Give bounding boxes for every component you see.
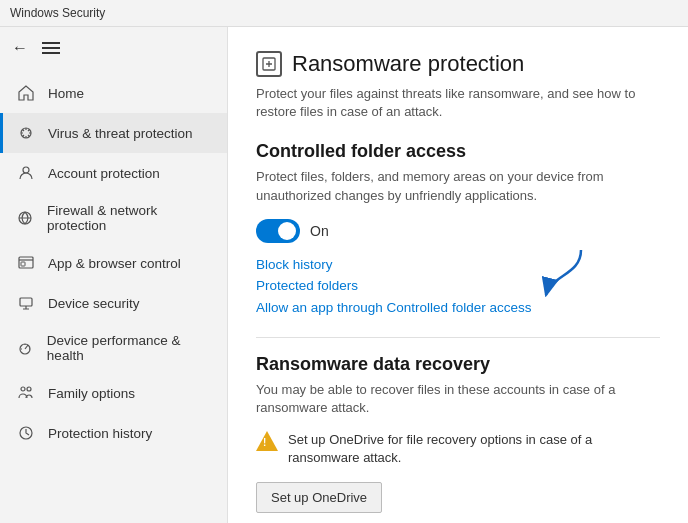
device-perf-icon bbox=[16, 338, 35, 358]
sidebar-item-label: App & browser control bbox=[48, 256, 181, 271]
sidebar-item-device-perf[interactable]: Device performance & health bbox=[0, 323, 227, 373]
protected-folders-link[interactable]: Protected folders bbox=[256, 278, 660, 293]
section-divider bbox=[256, 337, 660, 338]
sidebar-item-label: Account protection bbox=[48, 166, 160, 181]
controlled-folder-toggle-row: On bbox=[256, 219, 660, 243]
page-header: Ransomware protection bbox=[256, 51, 660, 77]
sidebar-item-firewall[interactable]: Firewall & network protection bbox=[0, 193, 227, 243]
sidebar-item-label: Device performance & health bbox=[47, 333, 211, 363]
sidebar-item-family[interactable]: Family options bbox=[0, 373, 227, 413]
sidebar: ← Home bbox=[0, 27, 228, 523]
svg-point-1 bbox=[23, 167, 29, 173]
setup-onedrive-button[interactable]: Set up OneDrive bbox=[256, 482, 382, 513]
recovery-title: Ransomware data recovery bbox=[256, 354, 660, 375]
controlled-folder-toggle[interactable] bbox=[256, 219, 300, 243]
recovery-section: Ransomware data recovery You may be able… bbox=[256, 354, 660, 523]
sidebar-item-label: Firewall & network protection bbox=[47, 203, 211, 233]
sidebar-item-label: Virus & threat protection bbox=[48, 126, 193, 141]
sidebar-item-home[interactable]: Home bbox=[0, 73, 227, 113]
sidebar-top-controls: ← bbox=[0, 31, 227, 65]
toggle-on-label: On bbox=[310, 223, 329, 239]
app-icon bbox=[16, 253, 36, 273]
history-icon bbox=[16, 423, 36, 443]
back-button[interactable]: ← bbox=[12, 39, 28, 57]
page-title: Ransomware protection bbox=[292, 51, 524, 77]
svg-point-8 bbox=[27, 387, 31, 391]
svg-point-7 bbox=[21, 387, 25, 391]
svg-rect-4 bbox=[21, 262, 25, 266]
title-bar: Windows Security bbox=[0, 0, 688, 27]
warning-box: Set up OneDrive for file recovery option… bbox=[256, 431, 660, 467]
app-title: Windows Security bbox=[10, 6, 105, 20]
hamburger-menu[interactable] bbox=[42, 42, 60, 54]
account-icon bbox=[16, 163, 36, 183]
arrow-annotation bbox=[531, 245, 601, 305]
virus-icon bbox=[16, 123, 36, 143]
page-description: Protect your files against threats like … bbox=[256, 85, 660, 121]
family-icon bbox=[16, 383, 36, 403]
block-history-link[interactable]: Block history bbox=[256, 257, 660, 272]
warning-triangle-icon bbox=[256, 431, 278, 451]
warning-message: Set up OneDrive for file recovery option… bbox=[288, 431, 660, 467]
controlled-folder-desc: Protect files, folders, and memory areas… bbox=[256, 168, 660, 204]
sidebar-item-account[interactable]: Account protection bbox=[0, 153, 227, 193]
recovery-desc: You may be able to recover files in thes… bbox=[256, 381, 660, 417]
sidebar-item-history[interactable]: Protection history bbox=[0, 413, 227, 453]
allow-app-link[interactable]: Allow an app through Controlled folder a… bbox=[256, 300, 531, 315]
sidebar-item-label: Device security bbox=[48, 296, 140, 311]
svg-rect-5 bbox=[20, 298, 32, 306]
warning-icon bbox=[256, 431, 278, 453]
device-security-icon bbox=[16, 293, 36, 313]
ransomware-header-icon bbox=[256, 51, 282, 77]
sidebar-item-device-security[interactable]: Device security bbox=[0, 283, 227, 323]
firewall-icon bbox=[16, 208, 35, 228]
sidebar-item-label: Family options bbox=[48, 386, 135, 401]
sidebar-item-label: Home bbox=[48, 86, 84, 101]
home-icon bbox=[16, 83, 36, 103]
controlled-folder-title: Controlled folder access bbox=[256, 141, 660, 162]
sidebar-item-app[interactable]: App & browser control bbox=[0, 243, 227, 283]
sidebar-item-virus[interactable]: Virus & threat protection bbox=[0, 113, 227, 153]
sidebar-item-label: Protection history bbox=[48, 426, 152, 441]
main-content: Ransomware protection Protect your files… bbox=[228, 27, 688, 523]
sidebar-navigation: Home Virus & threat protection bbox=[0, 73, 227, 453]
